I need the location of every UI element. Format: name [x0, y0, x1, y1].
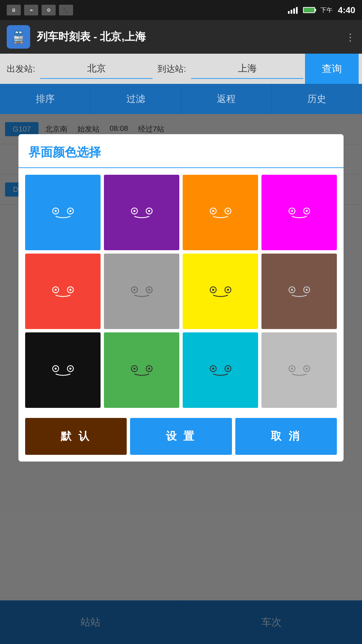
dialog-title: 界面颜色选择	[18, 134, 344, 167]
svg-point-1	[55, 210, 57, 212]
color-brown[interactable]	[261, 254, 337, 329]
battery-icon	[303, 7, 315, 13]
face-magenta	[286, 205, 313, 220]
face-blue	[50, 205, 76, 220]
color-purple[interactable]	[104, 175, 179, 250]
svg-point-3	[69, 210, 71, 212]
battery-bar	[303, 7, 315, 13]
menu-button[interactable]: ⋮	[345, 31, 355, 43]
color-magenta[interactable]	[261, 175, 337, 250]
depart-input[interactable]: 北京	[40, 59, 153, 79]
set-button[interactable]: 设 置	[130, 418, 232, 455]
cancel-button[interactable]: 取 消	[235, 418, 337, 455]
svg-point-39	[148, 368, 150, 370]
tab-sort[interactable]: 排序	[0, 84, 90, 114]
status-icons: 🖥 📼 ⚙ 📞	[7, 5, 73, 15]
svg-point-11	[227, 210, 229, 212]
depart-label: 出发站:	[3, 63, 39, 75]
search-bar: 出发站: 北京 到达站: 上海 查询	[0, 54, 362, 84]
svg-point-5	[133, 210, 135, 212]
ampm-label: 下午	[320, 6, 333, 14]
dialog-actions: 默 认 设 置 取 消	[18, 415, 344, 462]
app-header-left: 🚆 列车时刻表 - 北京,上海	[7, 25, 146, 49]
svg-point-9	[212, 210, 214, 212]
status-right: 下午 4:40	[288, 5, 355, 15]
svg-point-13	[291, 210, 293, 212]
time-label: 4:40	[338, 5, 355, 15]
face-brown	[286, 284, 313, 299]
face-orange	[207, 205, 234, 220]
svg-point-23	[148, 289, 150, 291]
color-red[interactable]	[25, 254, 101, 329]
tab-filter[interactable]: 过滤	[90, 84, 181, 114]
tab-return[interactable]: 返程	[181, 84, 272, 114]
face-gray	[128, 284, 155, 299]
app-title: 列车时刻表 - 北京,上海	[37, 30, 146, 44]
color-picker-dialog: 界面颜色选择	[18, 134, 344, 462]
status-bar: 🖥 📼 ⚙ 📞 下午 4:40	[0, 0, 362, 20]
color-grid	[18, 168, 344, 415]
color-green[interactable]	[104, 332, 179, 408]
svg-point-25	[212, 289, 214, 291]
search-button[interactable]: 查询	[305, 54, 359, 84]
svg-point-41	[212, 368, 214, 370]
color-orange[interactable]	[183, 175, 258, 250]
action-tabs: 排序 过滤 返程 历史	[0, 84, 362, 114]
face-purple	[128, 205, 155, 220]
color-yellow[interactable]	[183, 254, 258, 329]
face-black	[50, 363, 76, 378]
svg-point-43	[227, 368, 229, 370]
color-blue[interactable]	[25, 175, 101, 250]
face-red	[50, 284, 76, 299]
svg-point-21	[133, 289, 135, 291]
svg-point-15	[306, 210, 308, 212]
icon-settings: ⚙	[42, 5, 56, 15]
face-yellow	[207, 284, 234, 299]
default-button[interactable]: 默 认	[25, 418, 127, 455]
svg-point-37	[133, 368, 135, 370]
svg-point-29	[291, 289, 293, 291]
svg-point-27	[227, 289, 229, 291]
color-cyan[interactable]	[183, 332, 258, 408]
icon-monitor: 🖥	[7, 5, 21, 15]
color-silver[interactable]	[261, 332, 337, 408]
tab-history[interactable]: 历史	[272, 84, 362, 114]
svg-point-7	[148, 210, 150, 212]
arrival-input[interactable]: 上海	[191, 59, 303, 79]
icon-phone: 📞	[59, 5, 73, 15]
svg-point-33	[55, 368, 57, 370]
svg-point-47	[306, 368, 308, 370]
app-header: 🚆 列车时刻表 - 北京,上海 ⋮	[0, 20, 362, 54]
icon-tape: 📼	[24, 5, 38, 15]
svg-point-17	[55, 289, 57, 291]
face-silver	[286, 363, 313, 378]
app-icon: 🚆	[7, 25, 30, 49]
face-cyan	[207, 363, 234, 378]
face-green	[128, 363, 155, 378]
signal-icon	[288, 6, 298, 14]
color-gray[interactable]	[104, 254, 179, 329]
arrival-label: 到达站:	[154, 63, 189, 75]
svg-point-19	[69, 289, 71, 291]
svg-point-31	[306, 289, 308, 291]
svg-point-35	[69, 368, 71, 370]
svg-point-45	[291, 368, 293, 370]
color-black[interactable]	[25, 332, 101, 408]
